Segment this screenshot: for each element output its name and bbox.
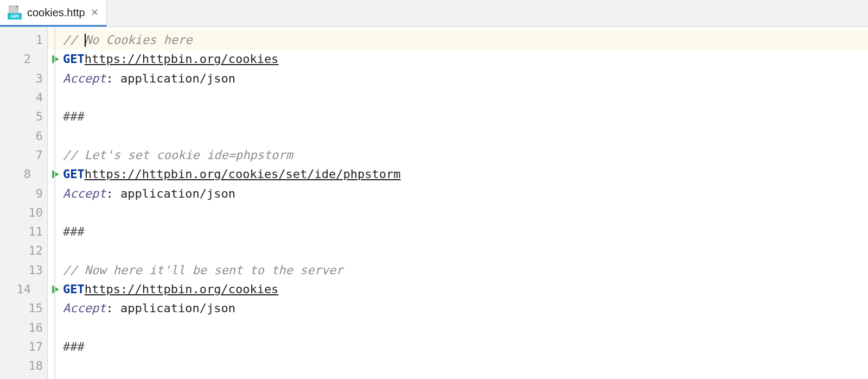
code-line[interactable] — [48, 241, 868, 260]
gutter-row: 18 — [0, 356, 47, 375]
gutter-row: 1 — [0, 30, 47, 49]
code-line[interactable]: Accept: application/json — [48, 184, 868, 203]
line-number: 14 — [12, 282, 31, 296]
code-line[interactable] — [48, 126, 868, 145]
code-line[interactable] — [48, 318, 868, 337]
header-separator: : — [106, 301, 120, 315]
code-line[interactable]: Accept: application/json — [48, 69, 868, 88]
line-number: 16 — [24, 321, 43, 334]
line-number: 1 — [24, 33, 43, 47]
line-number: 9 — [24, 187, 43, 200]
tab-filename: cookies.http — [27, 7, 85, 19]
comment-text: // Now here it'll be sent to the server — [63, 263, 343, 277]
code-line[interactable] — [48, 88, 868, 107]
header-name: Accept — [63, 187, 106, 200]
request-separator: ### — [63, 110, 85, 123]
close-icon[interactable]: ✕ — [91, 7, 99, 18]
http-method: GET — [63, 282, 85, 296]
header-value: application/json — [120, 72, 235, 85]
line-number: 6 — [24, 129, 43, 143]
header-value: application/json — [120, 301, 235, 315]
gutter-row: 16 — [0, 318, 47, 337]
code-line[interactable]: // Now here it'll be sent to the server — [48, 261, 868, 280]
code-line[interactable]: Accept: application/json — [48, 299, 868, 318]
header-value: application/json — [120, 187, 235, 200]
gutter-row: 5 — [0, 107, 47, 126]
editor: 123456789101112131415161718 // No Cookie… — [0, 27, 868, 379]
line-number: 2 — [12, 52, 31, 66]
line-number: 17 — [24, 340, 43, 353]
gutter-row: 14 — [0, 280, 47, 299]
code-line[interactable]: ### — [48, 107, 868, 126]
header-separator: : — [106, 187, 120, 200]
gutter-row: 8 — [0, 165, 47, 184]
line-number: 4 — [24, 91, 43, 104]
http-method: GET — [63, 167, 85, 181]
header-name: Accept — [63, 72, 106, 85]
code-line[interactable]: ### — [48, 222, 868, 241]
tab-cookies-http[interactable]: API cookies.http ✕ — [0, 0, 107, 27]
line-number: 13 — [24, 263, 43, 277]
comment-text: No Cookies here — [85, 33, 193, 47]
code-line[interactable] — [48, 356, 868, 375]
gutter-row: 17 — [0, 337, 47, 356]
line-number: 15 — [24, 301, 43, 315]
request-url[interactable]: https://httpbin.org/cookies — [85, 282, 279, 296]
line-number: 7 — [24, 148, 43, 162]
http-method: GET — [63, 52, 85, 66]
gutter-row: 3 — [0, 69, 47, 88]
code-line[interactable]: // Let's set cookie ide=phpstorm — [48, 146, 868, 165]
gutter-row: 4 — [0, 88, 47, 107]
code-line[interactable]: ### — [48, 337, 868, 356]
header-separator: : — [106, 72, 120, 85]
gutter-row: 2 — [0, 49, 47, 68]
api-file-icon: API — [8, 5, 22, 20]
code-line[interactable]: // No Cookies here — [48, 30, 868, 49]
comment-text: // Let's set cookie ide=phpstorm — [63, 148, 293, 162]
code-line[interactable]: GET https://httpbin.org/cookies — [48, 280, 868, 299]
gutter-row: 6 — [0, 126, 47, 145]
code-line[interactable]: GET https://httpbin.org/cookies — [48, 49, 868, 68]
gutter: 123456789101112131415161718 — [0, 27, 48, 379]
line-number: 12 — [24, 244, 43, 257]
line-number: 11 — [24, 225, 43, 238]
request-separator: ### — [63, 340, 85, 353]
line-number: 18 — [24, 359, 43, 372]
line-number: 3 — [24, 72, 43, 85]
line-number: 10 — [24, 206, 43, 219]
header-name: Accept — [63, 301, 106, 315]
gutter-row: 13 — [0, 261, 47, 280]
code-divider — [54, 27, 55, 379]
line-number: 5 — [24, 110, 43, 123]
gutter-row: 7 — [0, 146, 47, 165]
comment-text: // — [63, 33, 85, 47]
request-url[interactable]: https://httpbin.org/cookies/set/ide/phps… — [85, 167, 401, 181]
svg-text:API: API — [10, 14, 18, 19]
request-url[interactable]: https://httpbin.org/cookies — [85, 52, 279, 66]
gutter-row: 9 — [0, 184, 47, 203]
request-separator: ### — [63, 225, 85, 238]
gutter-row: 15 — [0, 299, 47, 318]
line-number: 8 — [12, 167, 31, 181]
code-line[interactable] — [48, 203, 868, 222]
gutter-row: 11 — [0, 222, 47, 241]
code-area[interactable]: // No Cookies hereGET https://httpbin.or… — [48, 27, 868, 379]
code-line[interactable]: GET https://httpbin.org/cookies/set/ide/… — [48, 165, 868, 184]
gutter-row: 12 — [0, 241, 47, 260]
gutter-row: 10 — [0, 203, 47, 222]
tab-bar: API cookies.http ✕ — [0, 0, 868, 27]
